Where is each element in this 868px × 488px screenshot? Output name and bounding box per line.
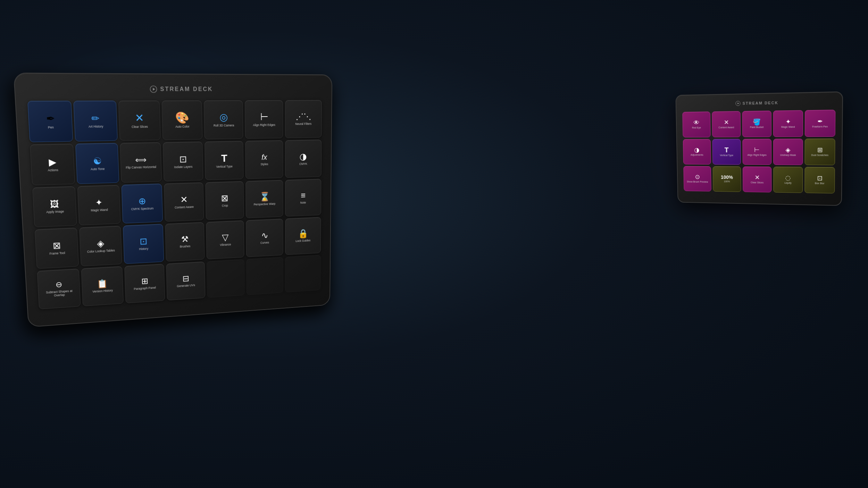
btn-vibrance[interactable]: ▽ Vibrance [206, 220, 244, 259]
vertical-type-label: Vertical Type [216, 165, 233, 168]
liquify-icon: ◌ [785, 175, 791, 181]
vertical-type-icon: T [221, 153, 227, 163]
vertical-type-mini-icon: T [724, 146, 728, 153]
note-label: Note [300, 201, 306, 204]
mini-btn-100[interactable]: 100% 100% [713, 166, 741, 192]
btn-neural-filters[interactable]: ⋰⋱ Neural Filters [285, 100, 322, 138]
btn-history[interactable]: ⊡ History [123, 224, 164, 264]
align-right-mini-label: Align Right Edges [748, 154, 767, 157]
note-icon: ≡ [301, 191, 306, 200]
magic-wand-label: Magic Wand [91, 208, 108, 212]
lock-guides-label: Lock Guides [295, 239, 310, 243]
magic-wand-mini-label: Magic Wand [781, 126, 795, 129]
align-right-mini-icon: ⊢ [754, 147, 760, 153]
mini-btn-dust-scratches[interactable]: ⊞ Dust Scratches [805, 138, 835, 165]
btn-auto-color[interactable]: 🎨 Auto Color [161, 100, 202, 140]
generate-uvs-icon: ⊟ [182, 274, 189, 283]
red-eye-label: Red Eye [692, 127, 701, 129]
btn-lock-guides[interactable]: 🔒 Lock Guides [285, 217, 321, 255]
btn-note[interactable]: ≡ Note [285, 179, 322, 217]
btn-roll-3d[interactable]: ◎ Roll 3D Camera [204, 100, 243, 140]
mini-btn-box-blur[interactable]: ⊡ Box Blur [804, 167, 835, 194]
btn-curves[interactable]: ∿ Curves [246, 219, 283, 257]
actions-label: Actions [48, 168, 58, 172]
main-deck-title: STREAM DECK [160, 86, 213, 93]
liquify-label: Liquify [784, 182, 791, 185]
btn-content-aware[interactable]: ✕ Content Aware [164, 182, 204, 222]
vibrance-label: Vibrance [220, 243, 231, 247]
mini-btn-content-award[interactable]: ✕ Content Award [712, 111, 741, 137]
cmyk-spectrum-label: CMYK Spectrum [131, 207, 154, 211]
auto-color-icon: 🎨 [175, 112, 189, 123]
isolate-layers-label: Isolate Layers [174, 165, 192, 169]
btn-flip-canvas[interactable]: ⟺ Flip Canvas Horizontal [120, 142, 162, 183]
btn-generate-uvs[interactable]: ⊟ Generate UVs [166, 261, 205, 301]
curves-icon: ∿ [261, 231, 268, 240]
history-label: History [139, 247, 148, 251]
art-history-label: Art History [89, 125, 103, 128]
btn-cmyk[interactable]: ◑ CMYK [285, 140, 322, 178]
btn-version-history[interactable]: 📋 Version History [81, 266, 124, 306]
cmyk-icon: ◑ [300, 152, 307, 161]
box-blur-icon: ⊡ [817, 175, 823, 182]
brushes-label: Brushes [180, 245, 191, 249]
btn-cmyk-spectrum[interactable]: ⊕ CMYK Spectrum [121, 184, 163, 224]
adjustments-icon: ◑ [694, 147, 699, 153]
100-icon: 100% [721, 175, 733, 180]
frame-tool-icon: ⊠ [52, 241, 61, 251]
version-history-icon: 📋 [97, 279, 108, 288]
mini-btn-clear-slices[interactable]: ✕ Clear Slices [743, 166, 771, 192]
mini-btn-show-brush[interactable]: ⊙ Show Brush Preview [683, 166, 711, 191]
mini-btn-red-eye[interactable]: 👁 Red Eye [682, 111, 710, 137]
main-button-grid: ✒ Pen ✏ Art History ✕ Clear Slices 🎨 Aut… [27, 100, 322, 309]
clear-slices-label: Clear Slices [132, 125, 148, 129]
styles-label: Styles [260, 162, 268, 166]
btn-crop[interactable]: ⊠ Crop [205, 181, 244, 220]
btn-brushes[interactable]: ⚒ Brushes [165, 222, 205, 261]
subtract-shapes-label: Subtract Shapes at Overlap [40, 288, 78, 298]
stream-deck-mini: STREAM DECK 👁 Red Eye ✕ Content Award 🪣 … [675, 91, 843, 206]
content-aware-icon: ✕ [180, 195, 188, 204]
apply-image-icon: 🖼 [50, 200, 59, 209]
btn-actions[interactable]: ▶ Actions [30, 144, 75, 185]
btn-art-history[interactable]: ✏ Art History [74, 101, 118, 142]
btn-align-right-edges[interactable]: ⊢ Align Right Edges [245, 100, 283, 139]
mini-btn-unsharp-mask[interactable]: ◈ Unsharp Mask [773, 138, 803, 165]
color-lookup-icon: ◈ [97, 239, 105, 248]
box-blur-label: Box Blur [815, 182, 824, 185]
content-award-icon: ✕ [724, 119, 729, 126]
btn-apply-image[interactable]: 🖼 Apply Image [32, 186, 77, 227]
btn-magic-wand[interactable]: ✦ Magic Wand [77, 185, 120, 225]
content-award-label: Content Award [718, 126, 734, 129]
dust-scratches-label: Dust Scratches [811, 154, 828, 157]
btn-color-lookup[interactable]: ◈ Color Lookup Tables [79, 226, 122, 266]
mini-btn-vertical-type[interactable]: T Vertical Type [712, 139, 741, 165]
mini-btn-align-right[interactable]: ⊢ Align Right Edges [742, 139, 771, 165]
btn-pen[interactable]: ✒ Pen [27, 101, 73, 142]
mini-btn-liquify[interactable]: ◌ Liquify [773, 167, 803, 193]
btn-clear-slices[interactable]: ✕ Clear Slices [118, 101, 160, 141]
mini-btn-magic-wand[interactable]: ✦ Magic Wand [773, 110, 803, 137]
btn-isolate-layers[interactable]: ⊡ Isolate Layers [163, 142, 203, 181]
color-lookup-label: Color Lookup Tables [87, 249, 115, 254]
crop-label: Crop [222, 204, 228, 208]
btn-vertical-type[interactable]: T Vertical Type [205, 141, 244, 180]
vibrance-icon: ▽ [222, 233, 228, 242]
btn-empty-1 [207, 259, 245, 297]
mini-btn-adjustments[interactable]: ◑ Adjustments [683, 139, 711, 165]
btn-auto-tone[interactable]: ☯ Auto Tone [75, 143, 119, 184]
btn-paragraph-panel[interactable]: ⊞ Paragraph Panel [124, 264, 165, 303]
btn-perspective-warp[interactable]: ⌛ Perspective Warp [246, 180, 283, 218]
btn-subtract-shapes[interactable]: ⊖ Subtract Shapes at Overlap [37, 268, 81, 309]
mini-btn-freeform-pen[interactable]: ✒ Freeform Pen [805, 110, 835, 137]
paragraph-panel-label: Paragraph Panel [134, 286, 156, 291]
art-history-icon: ✏ [91, 113, 100, 123]
mini-btn-paint-bucket[interactable]: 🪣 Paint Bucket [742, 111, 771, 137]
auto-tone-label: Auto Tone [91, 167, 105, 171]
svg-marker-1 [153, 88, 155, 91]
clear-slices-icon: ✕ [135, 112, 144, 124]
100-label: 100% [724, 180, 730, 183]
vertical-type-mini-label: Vertical Type [720, 154, 733, 157]
btn-frame-tool[interactable]: ⊠ Frame Tool [35, 228, 79, 269]
btn-styles[interactable]: fx Styles [245, 140, 283, 179]
